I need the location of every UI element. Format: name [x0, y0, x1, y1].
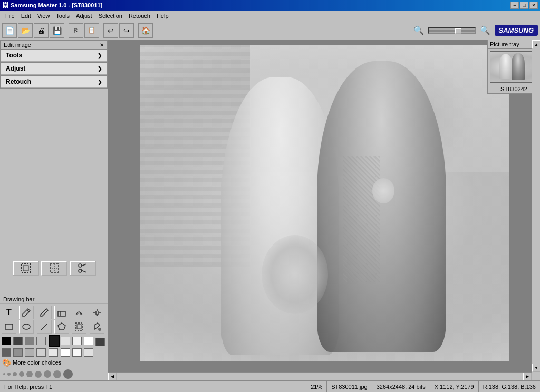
scroll-right-button[interactable]: ▶	[523, 373, 532, 381]
brush-size-6[interactable]	[35, 371, 42, 378]
brush-size-4[interactable]	[19, 371, 24, 377]
polygon-tool[interactable]	[54, 320, 69, 334]
brush-sizes	[0, 368, 108, 380]
color-dk-gray3[interactable]	[2, 348, 11, 357]
status-bar: For Help, press F1 21% ST830011.jpg 3264…	[0, 380, 540, 392]
menu-selection[interactable]: Selection	[95, 12, 126, 20]
brush-size-9[interactable]	[63, 369, 73, 379]
paste-button[interactable]: 📋	[84, 23, 99, 38]
maximize-button[interactable]: □	[520, 2, 528, 9]
select-all-button[interactable]	[13, 261, 39, 276]
app-title: Samsung Master 1.0 - [ST830011]	[11, 2, 102, 8]
photo-background	[140, 45, 509, 361]
line-tool[interactable]	[37, 320, 52, 334]
svg-rect-12	[5, 324, 13, 329]
color-lt-gray4[interactable]	[36, 348, 46, 357]
brush-size-1[interactable]	[3, 373, 5, 375]
more-colors-button[interactable]: 🎨 More color choices	[0, 357, 108, 368]
zoom-out-button[interactable]: 🔍	[411, 24, 426, 36]
svg-point-18	[98, 328, 101, 331]
eraser-tool[interactable]	[54, 306, 69, 319]
redo-button[interactable]: ↪	[119, 23, 134, 38]
tools-section-header[interactable]: Tools ❯	[1, 50, 107, 62]
color-gray3[interactable]	[25, 348, 34, 357]
new-button[interactable]: 📄	[2, 23, 17, 38]
svg-marker-15	[58, 323, 65, 330]
color-lt-gray5[interactable]	[49, 348, 58, 357]
print-button[interactable]: 🖨	[34, 23, 49, 38]
select-region-button[interactable]	[41, 261, 68, 276]
tray-thumb-image	[490, 52, 536, 82]
scroll-left-button[interactable]: ◀	[108, 373, 117, 381]
close-edit-panel[interactable]: ✕	[100, 42, 104, 48]
color-near-white[interactable]	[72, 348, 82, 357]
retouch-section: Retouch ❯	[0, 75, 108, 89]
smudge-tool[interactable]	[72, 306, 86, 319]
brush-size-5[interactable]	[26, 371, 33, 377]
brush-size-3[interactable]	[13, 372, 17, 376]
svg-point-6	[79, 269, 82, 272]
retouch-section-header[interactable]: Retouch ❯	[1, 76, 107, 88]
vertical-scrollbar[interactable]: ▲ ▼	[532, 40, 540, 372]
brush-tool[interactable]	[19, 306, 34, 319]
svg-point-13	[23, 324, 30, 329]
menu-help[interactable]: Help	[153, 12, 172, 20]
svg-line-14	[41, 324, 47, 330]
close-button[interactable]: ×	[529, 2, 538, 9]
menu-edit[interactable]: Edit	[18, 12, 34, 20]
title-bar: 🖼 Samsung Master 1.0 - [ST830011] − □ ×	[0, 0, 540, 11]
open-button[interactable]: 📂	[18, 23, 33, 38]
ellipse-tool[interactable]	[19, 320, 34, 334]
tray-thumbnail[interactable]	[490, 51, 536, 83]
color-dk-gray1[interactable]	[13, 337, 23, 345]
pan-tool[interactable]	[90, 306, 104, 319]
scroll-down-button[interactable]: ▼	[532, 364, 540, 372]
fill-tool[interactable]	[90, 320, 104, 334]
scroll-up-button[interactable]: ▲	[532, 40, 540, 48]
menu-tools[interactable]: Tools	[53, 12, 73, 20]
menu-file[interactable]: File	[2, 12, 18, 20]
color-white[interactable]	[84, 337, 93, 345]
title-bar-controls: − □ ×	[510, 2, 538, 9]
color-lt-gray6[interactable]	[84, 348, 93, 357]
svg-point-5	[79, 264, 82, 267]
menu-adjust[interactable]: Adjust	[73, 12, 95, 20]
color-lt-gray2[interactable]	[61, 337, 70, 345]
adjust-section: Adjust ❯	[0, 62, 108, 75]
color-lt-gray3[interactable]	[72, 337, 82, 345]
minimize-button[interactable]: −	[510, 2, 519, 9]
zoom-level: 21%	[306, 381, 327, 392]
rect-tool[interactable]	[2, 320, 16, 334]
tools-chevron: ❯	[98, 53, 102, 58]
pencil-tool[interactable]	[37, 306, 52, 319]
main-area: Edit image ✕ Tools ❯ Adjust ❯ Retouch ❯	[0, 40, 540, 380]
brush-size-2[interactable]	[7, 373, 11, 376]
save-button[interactable]: 💾	[50, 23, 64, 38]
svg-rect-10	[58, 311, 65, 316]
adjust-section-header[interactable]: Adjust ❯	[1, 63, 107, 75]
horizontal-scrollbar[interactable]: ◀ ▶	[108, 372, 532, 380]
svg-rect-0	[22, 264, 30, 272]
samsung-logo: SAMSUNG	[495, 25, 538, 36]
menu-retouch[interactable]: Retouch	[126, 12, 153, 20]
color-white2[interactable]	[61, 348, 70, 357]
menu-view[interactable]: View	[34, 12, 53, 20]
home-button[interactable]: 🏠	[138, 23, 153, 38]
copy-button[interactable]: ⎘	[69, 23, 83, 38]
zoom-slider[interactable]	[428, 27, 476, 34]
color-black[interactable]	[2, 337, 11, 345]
color-values-status: R:138, G:138, B:136	[479, 381, 540, 392]
color-gray2[interactable]	[13, 348, 23, 357]
undo-button[interactable]: ↩	[103, 23, 118, 38]
brush-size-7[interactable]	[44, 370, 51, 378]
color-lt-gray1[interactable]	[36, 337, 46, 345]
text-tool[interactable]: T	[2, 306, 16, 319]
color-gray1[interactable]	[25, 337, 34, 345]
canvas-area[interactable]: Picture tray ✕ ST830242 ◀ ▶ ▲ ▼	[108, 40, 540, 380]
zoom-in-button[interactable]: 🔍	[478, 24, 493, 36]
color-dk-gray2[interactable]	[95, 338, 105, 346]
cut-selection-button[interactable]	[70, 261, 96, 276]
brush-size-8[interactable]	[53, 370, 61, 378]
color-selected[interactable]	[49, 335, 60, 347]
crop-select-tool[interactable]	[72, 320, 86, 334]
